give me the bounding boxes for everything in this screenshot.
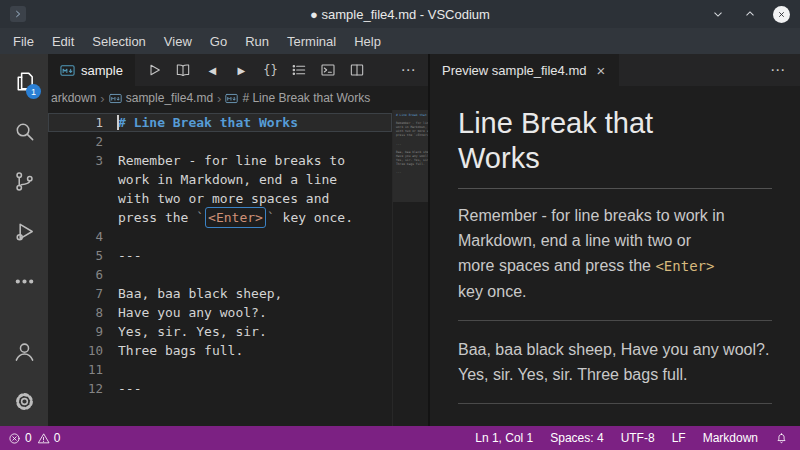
account-icon[interactable]: [0, 326, 48, 376]
line-number[interactable]: [48, 189, 108, 208]
line-number[interactable]: 5: [48, 246, 108, 265]
code-area[interactable]: 1 # Line Break that Works 2 3 Remember -…: [48, 110, 392, 426]
code-line[interactable]: 8 Have you any wool?.: [48, 303, 392, 322]
breadcrumb-symbol[interactable]: # Line Break that Works: [225, 91, 370, 105]
line-number[interactable]: 6: [48, 265, 108, 284]
menu-file[interactable]: File: [4, 31, 43, 52]
line-number[interactable]: 3: [48, 151, 108, 170]
enter-key-snippet: <Enter>: [205, 207, 266, 228]
line-number[interactable]: 4: [48, 227, 108, 246]
eol-status[interactable]: LF: [672, 431, 686, 445]
curly-braces-icon[interactable]: {}: [259, 59, 282, 82]
code-line[interactable]: 12 ---: [48, 379, 392, 398]
menu-terminal[interactable]: Terminal: [278, 31, 345, 52]
warning-icon: [37, 432, 50, 445]
line-number[interactable]: [48, 208, 108, 227]
code-line[interactable]: 1 # Line Break that Works: [48, 113, 392, 132]
preview-group: Preview sample_file4.md × ⋯ Line Break t…: [430, 54, 800, 426]
line-number[interactable]: 7: [48, 284, 108, 303]
run-file-icon[interactable]: [143, 59, 166, 82]
open-preview-icon[interactable]: [172, 59, 195, 82]
maximize-button[interactable]: [741, 6, 758, 23]
problems-status[interactable]: 0 0: [8, 431, 60, 445]
navigate-back-icon[interactable]: ◀: [201, 59, 224, 82]
error-count: 0: [25, 431, 32, 445]
tab-sample-file[interactable]: sample: [48, 54, 135, 86]
cursor-position-status[interactable]: Ln 1, Col 1: [475, 431, 533, 445]
app-icon[interactable]: [10, 6, 26, 22]
markdown-file-icon: [60, 63, 75, 78]
close-tab-icon[interactable]: ×: [595, 62, 608, 79]
terminal-icon[interactable]: [317, 59, 340, 82]
editor-more-actions-icon[interactable]: ⋯: [397, 59, 420, 82]
code-line[interactable]: work in Markdown, end a line: [48, 170, 392, 189]
warning-count: 0: [54, 431, 61, 445]
run-debug-icon[interactable]: [0, 206, 48, 256]
preview-heading: Line Break that Works: [458, 106, 772, 189]
source-control-icon[interactable]: [0, 156, 48, 206]
minimize-button[interactable]: [709, 6, 726, 23]
indentation-status[interactable]: Spaces: 4: [550, 431, 603, 445]
encoding-status[interactable]: UTF-8: [621, 431, 655, 445]
preview-tab-bar: Preview sample_file4.md × ⋯: [430, 54, 800, 86]
menu-bar: File Edit Selection View Go Run Terminal…: [0, 28, 800, 54]
search-icon[interactable]: [0, 106, 48, 156]
editor-actions: ◀ ▶ {} ⋯: [135, 54, 428, 86]
preview-paragraph: Remember - for line breaks to work in Ma…: [458, 203, 772, 304]
explorer-icon[interactable]: 1: [0, 56, 48, 106]
code-line[interactable]: 7 Baa, baa black sheep,: [48, 284, 392, 303]
line-number[interactable]: 9: [48, 322, 108, 341]
settings-gear-icon[interactable]: [0, 376, 48, 426]
menu-run[interactable]: Run: [236, 31, 278, 52]
preview-verse: Baa, baa black sheep, Have you any wool?…: [458, 337, 772, 387]
line-number[interactable]: 1: [48, 113, 108, 132]
line-number[interactable]: 11: [48, 360, 108, 379]
menu-edit[interactable]: Edit: [43, 31, 83, 52]
code-line[interactable]: 4: [48, 227, 392, 246]
breadcrumb-folder[interactable]: arkdown: [51, 91, 96, 105]
outline-list-icon[interactable]: [288, 59, 311, 82]
breadcrumb-file[interactable]: sample_file4.md: [109, 91, 213, 105]
preview-more-actions-icon[interactable]: ⋯: [770, 54, 800, 86]
activity-bar: 1: [0, 54, 48, 426]
close-button[interactable]: [773, 6, 790, 23]
tab-preview[interactable]: Preview sample_file4.md ×: [430, 54, 619, 86]
breadcrumb-chevron-icon: ›: [99, 91, 105, 106]
code-line[interactable]: 11: [48, 360, 392, 379]
line-number[interactable]: 10: [48, 341, 108, 360]
line-number[interactable]: [48, 170, 108, 189]
more-views-icon[interactable]: [0, 256, 48, 306]
editor[interactable]: 1 # Line Break that Works 2 3 Remember -…: [48, 110, 428, 426]
navigate-forward-icon[interactable]: ▶: [230, 59, 253, 82]
code-line[interactable]: press the ` <Enter> ` key once.: [48, 208, 392, 227]
code-line[interactable]: 3 Remember - for line breaks to: [48, 151, 392, 170]
menu-selection[interactable]: Selection: [83, 31, 154, 52]
error-icon: [8, 432, 21, 445]
markdown-preview: Line Break that Works Remember - for lin…: [430, 86, 800, 426]
minimap[interactable]: # Line Break that Works Remember - for l…: [392, 110, 428, 426]
enter-key-code: <Enter>: [655, 258, 714, 274]
menu-go[interactable]: Go: [201, 31, 236, 52]
status-bar: 0 0 Ln 1, Col 1 Spaces: 4 UTF-8 LF Markd…: [0, 426, 800, 450]
window-controls: [709, 6, 790, 23]
markdown-symbol-icon: [225, 92, 238, 105]
code-line[interactable]: 6: [48, 265, 392, 284]
preview-divider: [458, 320, 772, 321]
preview-divider: [458, 403, 772, 404]
code-line[interactable]: 10 Three bags full.: [48, 341, 392, 360]
menu-view[interactable]: View: [155, 31, 201, 52]
line-number[interactable]: 2: [48, 132, 108, 151]
code-line[interactable]: 5 ---: [48, 246, 392, 265]
code-line[interactable]: 2: [48, 132, 392, 151]
title-bar[interactable]: ● sample_file4.md - VSCodium: [0, 0, 800, 28]
line-number[interactable]: 12: [48, 379, 108, 398]
code-line[interactable]: with two or more spaces and: [48, 189, 392, 208]
code-line[interactable]: 9 Yes, sir. Yes, sir.: [48, 322, 392, 341]
line-number[interactable]: 8: [48, 303, 108, 322]
menu-help[interactable]: Help: [345, 31, 390, 52]
split-editor-icon[interactable]: [346, 59, 369, 82]
language-mode-status[interactable]: Markdown: [703, 431, 758, 445]
minimap-slider[interactable]: [393, 110, 428, 202]
notifications-bell-icon[interactable]: [775, 432, 788, 445]
preview-tab-label: Preview sample_file4.md: [442, 63, 587, 78]
